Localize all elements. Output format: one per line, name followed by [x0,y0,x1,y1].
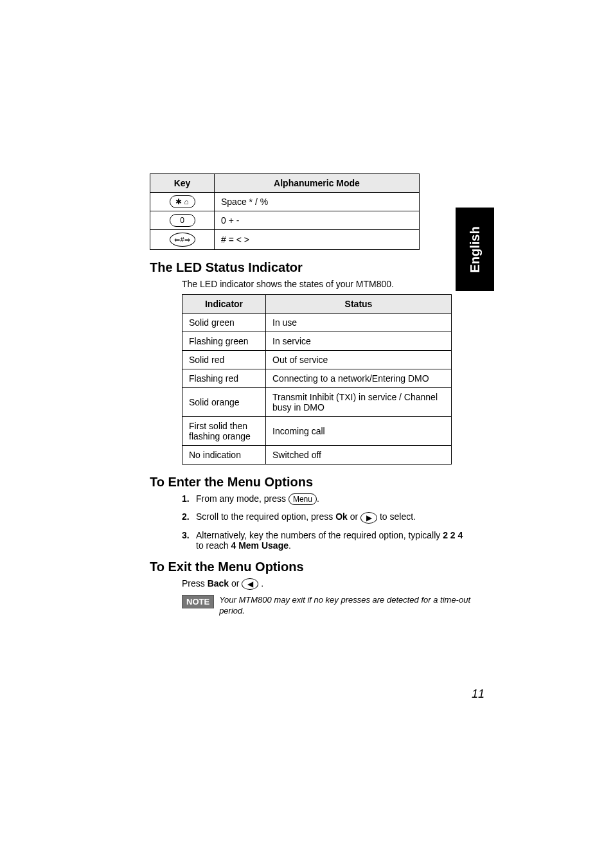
exit-instruction: Press Back or ◀ . [182,578,471,590]
enter-menu-steps: 1. From any mode, press Menu. 2. Scroll … [182,493,471,551]
zero-key-icon: 0 [170,214,195,227]
table-row: No indicationSwitched off [182,446,452,465]
step-3: 3. Alternatively, key the numbers of the… [182,530,471,551]
content-area: Key Alphanumeric Mode ✱ ⌂ Space * / % 0 … [150,173,471,617]
enter-menu-heading: To Enter the Menu Options [150,475,471,490]
indicator-cell: Solid green [182,314,266,332]
status-cell: Incoming call [266,417,452,446]
indicator-cell: Flashing red [182,369,266,388]
key-cell: ✱ ⌂ [150,193,215,211]
exit-menu-heading: To Exit the Menu Options [150,560,471,574]
indicator-cell: No indication [182,446,266,465]
table-row: ⇐#⇒ # = < > [150,230,420,250]
note-text: Your MTM800 may exit if no key presses a… [219,595,471,617]
step-1: 1. From any mode, press Menu. [182,493,471,505]
indicator-cell: Solid orange [182,388,266,417]
indicator-table: Indicator Status Solid greenIn use Flash… [182,294,452,465]
step-text: Alternatively, key the numbers of the re… [196,530,443,540]
right-arrow-key-icon: ▶ [360,512,377,524]
table-row: Solid orangeTransmit Inhibit (TXI) in se… [182,388,452,417]
mode-cell: 0 + - [215,211,420,230]
page-number: 11 [472,687,484,701]
step-text: or [348,511,360,522]
key-sequence: 2 2 4 [443,530,463,540]
exit-text: . [258,578,263,589]
step-number: 1. [182,493,190,504]
led-heading: The LED Status Indicator [150,260,471,275]
mode-cell: # = < > [215,230,420,250]
table-row: First solid then flashing orangeIncoming… [182,417,452,446]
star-key-icon: ✱ ⌂ [170,195,195,208]
status-cell: Out of service [266,351,452,369]
indicator-header: Indicator [182,295,266,314]
left-arrow-key-icon: ◀ [242,578,258,590]
step-text: to select. [377,511,416,522]
hash-key-icon: ⇐#⇒ [170,233,195,247]
indicator-cell: First solid then flashing orange [182,417,266,446]
status-cell: Transmit Inhibit (TXI) in service / Chan… [266,388,452,417]
step-text: . [317,493,319,504]
page: English Key Alphanumeric Mode ✱ ⌂ Space … [0,0,613,868]
table-row: Solid redOut of service [182,351,452,369]
exit-text: Press [182,578,208,589]
exit-text: or [229,578,242,589]
step-number: 2. [182,511,190,522]
led-intro: The LED indicator shows the states of yo… [182,279,471,289]
ok-label: Ok [335,511,348,522]
status-cell: In service [266,332,452,351]
menu-key-icon: Menu [289,493,317,505]
key-mode-table: Key Alphanumeric Mode ✱ ⌂ Space * / % 0 … [150,173,420,250]
indicator-cell: Flashing green [182,332,266,351]
back-label: Back [208,578,229,589]
table-row: 0 0 + - [150,211,420,230]
status-cell: In use [266,314,452,332]
table-row: ✱ ⌂ Space * / % [150,193,420,211]
status-cell: Switched off [266,446,452,465]
note-box: NOTE Your MTM800 may exit if no key pres… [182,595,471,617]
mode-header: Alphanumeric Mode [215,174,420,193]
status-header: Status [266,295,452,314]
step-text: . [289,540,291,551]
step-text: to reach [196,540,231,551]
table-row: Flashing greenIn service [182,332,452,351]
step-2: 2. Scroll to the required option, press … [182,511,471,523]
mode-cell: Space * / % [215,193,420,211]
key-header: Key [150,174,215,193]
key-cell: 0 [150,211,215,230]
key-cell: ⇐#⇒ [150,230,215,250]
table-row: Solid greenIn use [182,314,452,332]
step-number: 3. [182,530,190,540]
note-label: NOTE [182,595,214,608]
step-text: Scroll to the required option, press [196,511,335,522]
step-text: From any mode, press [196,493,289,504]
status-cell: Connecting to a network/Entering DMO [266,369,452,388]
menu-target: 4 Mem Usage [231,540,288,551]
table-row: Flashing redConnecting to a network/Ente… [182,369,452,388]
indicator-cell: Solid red [182,351,266,369]
